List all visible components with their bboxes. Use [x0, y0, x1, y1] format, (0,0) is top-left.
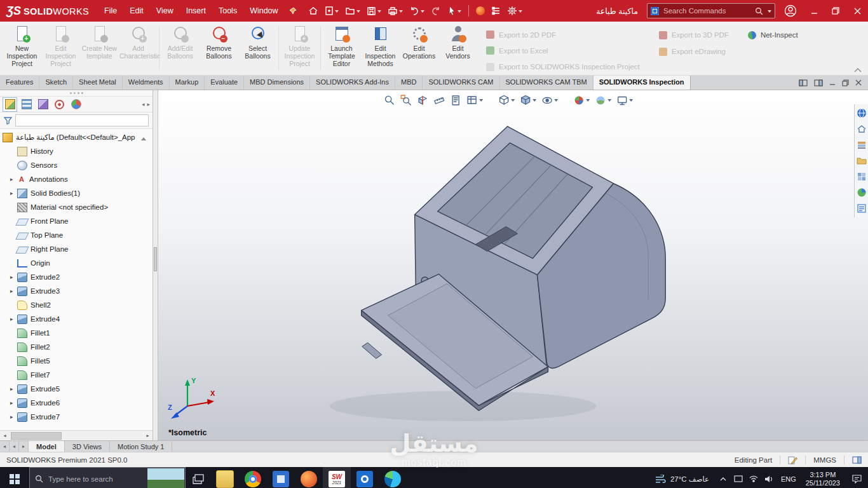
panel-splitter-handle[interactable] — [0, 90, 153, 97]
tab-split-left-icon[interactable] — [0, 441, 10, 452]
launch-template-editor-button[interactable]: Launch Template Editor — [322, 22, 361, 75]
photos-taskbar-icon[interactable] — [267, 467, 295, 488]
splitter-grip[interactable] — [154, 247, 157, 271]
menu-window[interactable]: Window — [243, 0, 284, 22]
open-document-icon[interactable] — [342, 3, 363, 18]
edge-taskbar-icon[interactable] — [379, 467, 407, 488]
tree-item-shell2[interactable]: Shell2 — [0, 298, 153, 312]
add-characteristic-button[interactable]: Add Characteristic — [119, 22, 158, 75]
tree-root-part[interactable]: ماكينة طباعة (Default<<Default>_App — [0, 130, 153, 144]
edit-inspection-methods-button[interactable]: Edit Inspection Methods — [361, 22, 400, 75]
search-dropdown-icon[interactable] — [768, 10, 771, 15]
file-explorer-taskbar-icon[interactable] — [211, 467, 239, 488]
user-account-icon[interactable] — [784, 4, 797, 17]
zoom-to-area-icon[interactable] — [400, 95, 412, 106]
expand-icon[interactable] — [10, 400, 17, 406]
tree-item-right-plane[interactable]: Right Plane — [0, 242, 153, 256]
chrome-taskbar-icon[interactable] — [239, 467, 267, 488]
tab-weldments[interactable]: Weldments — [123, 76, 170, 90]
menu-file[interactable]: File — [98, 0, 123, 22]
section-view-icon[interactable] — [417, 95, 428, 106]
redo-icon[interactable] — [428, 4, 444, 18]
pane-right-icon[interactable] — [814, 79, 823, 86]
tree-item-solid-bodies[interactable]: Solid Bodies(1) — [0, 186, 153, 200]
export-3d-pdf-link[interactable]: Export to 3D PDF — [659, 27, 729, 43]
net-inspect-link[interactable]: Net-Inspect — [748, 27, 798, 43]
restore-icon[interactable] — [825, 0, 846, 22]
tab-motion-study-1[interactable]: Motion Study 1 — [110, 441, 172, 452]
print-icon[interactable] — [384, 4, 406, 18]
propertymanager-tab-icon[interactable] — [19, 97, 34, 112]
tree-item-extrude5[interactable]: Extrude5 — [0, 382, 153, 396]
tab-markup[interactable]: Markup — [170, 76, 205, 90]
export-excel-link[interactable]: Export to Excel — [486, 43, 640, 58]
solidworks-2021-taskbar-icon[interactable] — [323, 467, 351, 488]
search-highlight-thumbnail[interactable] — [147, 468, 184, 488]
zoom-to-fit-icon[interactable] — [384, 95, 395, 106]
tree-item-fillet7[interactable]: Fillet7 — [0, 368, 153, 382]
tree-item-extrude6[interactable]: Extrude6 — [0, 396, 153, 410]
displaymanager-tab-icon[interactable] — [69, 97, 83, 112]
display-pane-icon[interactable] — [852, 456, 862, 464]
menu-edit[interactable]: Edit — [123, 0, 150, 22]
add-edit-balloons-button[interactable]: Add/Edit Balloons — [161, 22, 200, 75]
edit-operations-button[interactable]: Edit Operations — [400, 22, 438, 75]
tab-solidworks-cam[interactable]: SOLIDWORKS CAM — [423, 76, 499, 90]
scroll-right-icon[interactable] — [143, 431, 153, 440]
tab-model[interactable]: Model — [29, 441, 65, 452]
graphics-viewport[interactable]: Y X Z *Isometric — [158, 90, 868, 440]
doc-close-icon[interactable] — [855, 79, 862, 86]
language-indicator[interactable]: ENG — [776, 475, 801, 483]
tree-item-fillet2[interactable]: Fillet2 — [0, 340, 153, 354]
view-palette-icon[interactable] — [857, 172, 867, 182]
featuremanager-tab-icon[interactable] — [3, 97, 17, 112]
export-2d-pdf-link[interactable]: Export to 2D PDF — [486, 27, 640, 43]
view-settings-icon[interactable] — [616, 95, 633, 106]
search-commands-input[interactable] — [662, 6, 752, 15]
panel-tab-scroll-left-icon[interactable] — [142, 101, 145, 107]
export-sw-inspection-project-link[interactable]: Export to SOLIDWORKS Inspection Project — [486, 59, 640, 75]
menu-view[interactable]: View — [150, 0, 180, 22]
measure-icon[interactable] — [433, 95, 445, 106]
dimxpertmanager-tab-icon[interactable] — [52, 97, 67, 112]
menu-tools[interactable]: Tools — [212, 0, 243, 22]
tab-mbd-dimensions[interactable]: MBD Dimensions — [244, 76, 310, 90]
menu-insert[interactable]: Insert — [180, 0, 212, 22]
save-icon[interactable] — [363, 4, 384, 18]
configurationmanager-tab-icon[interactable] — [36, 97, 50, 112]
tab-sketch[interactable]: Sketch — [39, 76, 73, 90]
display-style-icon[interactable] — [520, 95, 536, 106]
hidden-icons-chevron[interactable] — [715, 477, 731, 481]
tablet-mode-icon[interactable] — [731, 475, 746, 482]
expand-icon[interactable] — [10, 176, 17, 182]
tree-item-origin[interactable]: Origin — [0, 256, 153, 270]
expand-icon[interactable] — [10, 414, 17, 420]
hide-show-items-icon[interactable] — [541, 95, 558, 106]
firefox-taskbar-icon[interactable] — [295, 467, 323, 488]
filter-funnel-icon[interactable] — [4, 116, 12, 125]
start-button[interactable] — [0, 467, 29, 488]
tree-item-fillet5[interactable]: Fillet5 — [0, 354, 153, 368]
new-document-icon[interactable] — [322, 3, 342, 18]
tree-item-history[interactable]: History — [0, 144, 153, 158]
edit-appearance-icon[interactable] — [573, 95, 590, 106]
tab-features[interactable]: Features — [0, 76, 39, 90]
view-orientation-icon[interactable] — [498, 95, 515, 106]
tree-item-sensors[interactable]: Sensors — [0, 158, 153, 172]
scrollbar-thumb[interactable] — [11, 432, 62, 440]
command-search[interactable] — [647, 3, 775, 18]
tab-solidworks-cam-tbm[interactable]: SOLIDWORKS CAM TBM — [500, 76, 593, 90]
settings-gear-icon[interactable] — [504, 3, 526, 18]
pin-menu-icon[interactable] — [288, 6, 297, 15]
3dexperience-icon[interactable] — [857, 108, 867, 118]
search-icon[interactable] — [755, 7, 763, 15]
doc-restore-icon[interactable] — [842, 79, 849, 86]
file-explorer-icon[interactable] — [857, 156, 867, 166]
volume-icon[interactable] — [761, 475, 776, 483]
search-scope-icon[interactable] — [651, 7, 659, 15]
tab-scroll-left-icon[interactable] — [10, 441, 19, 452]
printer-3d-model[interactable] — [158, 90, 868, 440]
edit-inspection-project-button[interactable]: Edit Inspection Project — [41, 22, 80, 75]
tree-item-extrude2[interactable]: Extrude2 — [0, 270, 153, 284]
tree-item-material[interactable]: Material <not specified> — [0, 200, 153, 214]
